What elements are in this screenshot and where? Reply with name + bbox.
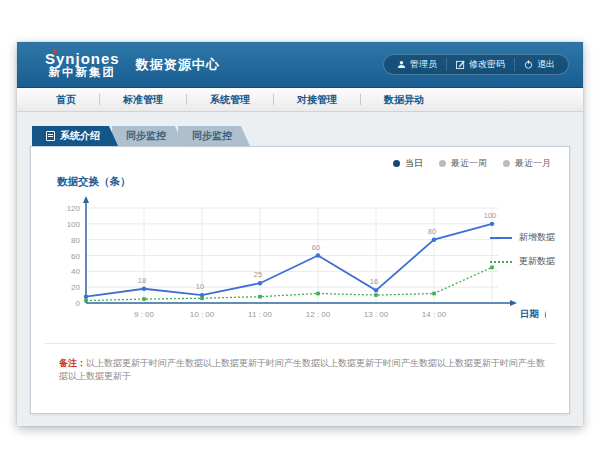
radio-last-week[interactable]: 最近一周 (439, 157, 487, 170)
legend-label: 新增数据 (519, 231, 555, 244)
admin-user-button[interactable]: 管理员 (388, 58, 446, 71)
legend-item: 新增数据 (490, 231, 555, 244)
y-tick-label: 40 (71, 267, 80, 276)
data-point-label: 10 (196, 282, 204, 291)
chart-panel: 当日 最近一周 最近一月 数据交换（条） 0204060801001209 : … (30, 146, 570, 414)
radio-dot-icon (503, 160, 510, 167)
legend-label: 更新数据 (519, 255, 555, 268)
legend-line-sample-icon (490, 261, 512, 263)
x-tick-label: 9 : 00 (134, 310, 155, 319)
power-icon (524, 60, 533, 69)
tab-sync-monitor-1-label: 同步监控 (126, 126, 166, 146)
footnote: 备注：以上数据更新于时间产生数据以上数据更新于时间产生数据以上数据更新于时间产生… (59, 357, 553, 383)
y-tick-label: 20 (71, 283, 80, 292)
radio-today-label: 当日 (405, 157, 423, 170)
line-chart: 0204060801001209 : 0010 : 0011 : 0012 : … (41, 191, 546, 345)
data-point (490, 222, 494, 226)
app-window: Synjones 新中新集团 数据资源中心 管理员 修改密码 退出 首页 标准管… (17, 42, 583, 426)
data-point (84, 299, 88, 303)
data-point (142, 297, 146, 301)
x-tick-label: 14 : 00 (422, 310, 447, 319)
x-axis-title: 日期（小时） (520, 308, 546, 320)
data-point-label: 60 (312, 243, 320, 252)
data-point-label: 16 (370, 277, 378, 286)
data-point-label: 80 (428, 227, 436, 236)
data-point (316, 292, 320, 296)
radio-last-week-label: 最近一周 (451, 157, 487, 170)
user-toolbar: 管理员 修改密码 退出 (383, 54, 569, 75)
data-point (258, 281, 262, 285)
admin-user-label: 管理员 (410, 58, 437, 71)
y-tick-label: 80 (71, 236, 80, 245)
tab-system-intro[interactable]: 系统介绍 (32, 126, 118, 146)
nav-item-home[interactable]: 首页 (33, 94, 100, 105)
page-title: 数据资源中心 (136, 56, 220, 74)
chart-legend: 新增数据更新数据 (490, 231, 555, 279)
logo-text-en: Synjones (45, 51, 120, 66)
data-point-label: 100 (484, 211, 497, 220)
document-icon (46, 131, 55, 141)
logo: Synjones 新中新集团 (45, 51, 120, 79)
time-range-filter: 当日 最近一周 最近一月 (393, 157, 551, 170)
edit-icon (456, 60, 465, 69)
main-nav: 首页 标准管理 系统管理 对接管理 数据异动 (17, 88, 583, 112)
series-line-更新数据 (86, 267, 492, 300)
data-point (258, 295, 262, 299)
y-axis-title: 数据交换（条） (57, 175, 131, 189)
x-axis-arrow-icon (510, 300, 517, 306)
header: Synjones 新中新集团 数据资源中心 管理员 修改密码 退出 (17, 42, 583, 88)
footnote-prefix: 备注： (59, 358, 86, 368)
x-tick-label: 12 : 00 (306, 310, 331, 319)
legend-item: 更新数据 (490, 255, 555, 268)
legend-line-sample-icon (490, 237, 512, 239)
tab-sync-monitor-2[interactable]: 同步监控 (178, 126, 250, 146)
tab-system-intro-label: 系统介绍 (60, 126, 100, 146)
data-point (142, 287, 146, 291)
logout-label: 退出 (537, 58, 555, 71)
data-point (374, 293, 378, 297)
data-point (200, 296, 204, 300)
change-password-button[interactable]: 修改密码 (446, 58, 514, 71)
change-password-label: 修改密码 (469, 58, 505, 71)
x-tick-label: 10 : 00 (190, 310, 215, 319)
divider (45, 343, 555, 344)
data-point (374, 288, 378, 292)
data-point (84, 294, 88, 298)
nav-item-interface-mgmt[interactable]: 对接管理 (274, 94, 361, 105)
logo-red-dot-icon (53, 49, 57, 53)
radio-dot-icon (393, 160, 400, 167)
y-axis-arrow-icon (83, 196, 89, 203)
radio-last-month[interactable]: 最近一月 (503, 157, 551, 170)
nav-item-data-change[interactable]: 数据异动 (361, 94, 447, 105)
y-tick-label: 100 (67, 220, 81, 229)
y-tick-label: 60 (71, 252, 80, 261)
logo-text-cn: 新中新集团 (45, 66, 120, 79)
data-point (432, 237, 436, 241)
content-area: 系统介绍 同步监控 同步监控 当日 最近一周 (17, 112, 583, 414)
line-chart-svg: 0204060801001209 : 0010 : 0011 : 0012 : … (41, 191, 546, 341)
tab-bar: 系统介绍 同步监控 同步监控 (32, 126, 570, 146)
radio-last-month-label: 最近一月 (515, 157, 551, 170)
data-point (432, 292, 436, 296)
nav-item-standard-mgmt[interactable]: 标准管理 (100, 94, 187, 105)
x-tick-label: 11 : 00 (248, 310, 272, 319)
data-point-label: 18 (138, 276, 146, 285)
tab-sync-monitor-1[interactable]: 同步监控 (112, 126, 184, 146)
y-tick-label: 120 (67, 204, 81, 213)
data-point (316, 253, 320, 257)
logout-button[interactable]: 退出 (514, 58, 564, 71)
footnote-text: 以上数据更新于时间产生数据以上数据更新于时间产生数据以上数据更新于时间产生数据以… (59, 358, 545, 381)
radio-dot-icon (439, 160, 446, 167)
radio-today[interactable]: 当日 (393, 157, 423, 170)
user-icon (397, 60, 406, 69)
x-tick-label: 13 : 00 (364, 310, 389, 319)
y-tick-label: 0 (76, 299, 81, 308)
nav-item-system-mgmt[interactable]: 系统管理 (187, 94, 274, 105)
tab-sync-monitor-2-label: 同步监控 (192, 126, 232, 146)
data-point-label: 25 (254, 270, 262, 279)
